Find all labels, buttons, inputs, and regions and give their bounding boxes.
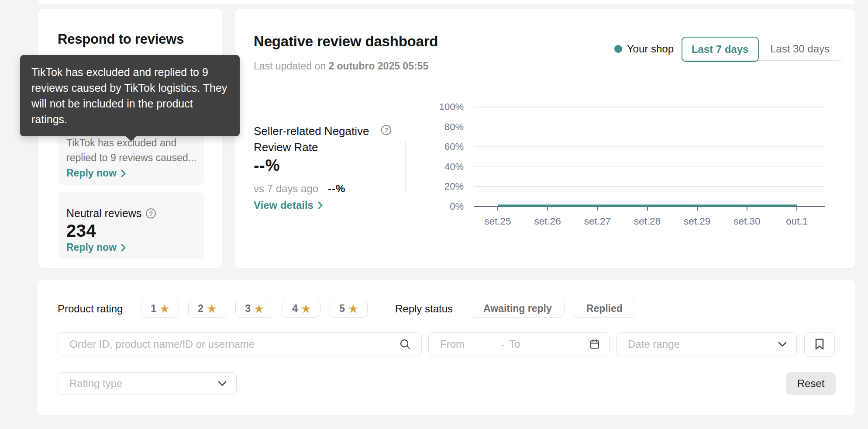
respond-card-title: Respond to reviews — [58, 31, 184, 47]
y-gridline — [474, 146, 825, 147]
chevron-down-icon — [217, 381, 227, 387]
view-details-link[interactable]: View details — [254, 199, 323, 211]
y-axis-label: 60% — [418, 141, 464, 152]
star-icon: ★ — [348, 304, 358, 314]
chevron-down-icon — [777, 341, 788, 348]
last-updated-value: 2 outubro 2025 05:55 — [328, 60, 428, 72]
date-from-to-field[interactable]: From - To — [428, 332, 610, 356]
date-to-placeholder: To — [509, 338, 520, 350]
rating-type-select[interactable]: Rating type — [58, 372, 237, 395]
date-from-placeholder: From — [440, 338, 465, 350]
neutral-reviews-label: Neutral reviews — [66, 207, 141, 220]
page: Respond to reviews TikTok has excluded a… — [0, 0, 868, 429]
top-card-edge — [38, 0, 855, 4]
y-gridline — [474, 166, 825, 167]
last-30-days-button[interactable]: Last 30 days — [758, 37, 842, 60]
product-rating-label: Product rating — [58, 300, 123, 318]
x-axis-label: set.26 — [521, 216, 574, 227]
x-axis-label: out.1 — [771, 216, 823, 227]
rating-type-placeholder: Rating type — [69, 377, 122, 390]
legend-dot-icon — [614, 45, 622, 53]
y-axis-label: 0% — [418, 201, 464, 212]
x-axis-tick — [647, 207, 648, 211]
date-separator: - — [501, 338, 505, 350]
y-gridline — [474, 107, 825, 107]
bookmark-icon — [814, 338, 825, 350]
x-axis-tick — [697, 207, 698, 211]
rating-1-star-button[interactable]: 1★ — [141, 300, 179, 318]
date-range-toggle: Last 7 days Last 30 days — [682, 37, 842, 61]
excluded-reply-now-link[interactable]: Reply now — [66, 167, 126, 179]
star-icon: ★ — [160, 304, 169, 314]
metric-compare-value: --% — [328, 183, 345, 194]
y-axis-label: 40% — [418, 161, 464, 173]
chevron-right-icon — [317, 201, 323, 210]
x-axis-label: set.25 — [472, 216, 524, 227]
rating-2-star-button[interactable]: 2★ — [188, 300, 226, 318]
y-axis-label: 20% — [418, 181, 464, 192]
x-axis-label: set.28 — [621, 216, 674, 227]
neutral-reviews-card: Neutral reviews ? 234 Reply now — [58, 192, 204, 259]
metric-value: --% — [254, 156, 280, 175]
x-axis-tick — [497, 207, 498, 211]
y-gridline — [474, 186, 825, 187]
replied-button[interactable]: Replied — [574, 300, 635, 318]
x-axis-tick — [747, 207, 747, 211]
last-updated: Last updated on 2 outubro 2025 05:55 — [254, 60, 428, 72]
metric-help-icon[interactable]: ? — [381, 125, 391, 135]
search-field[interactable] — [58, 332, 422, 356]
chart-series-layer — [474, 107, 825, 209]
date-range-placeholder: Date range — [628, 338, 680, 350]
date-range-select[interactable]: Date range — [616, 332, 797, 356]
neutral-reviews-count: 234 — [66, 221, 96, 241]
last-7-days-button[interactable]: Last 7 days — [682, 37, 759, 62]
search-icon — [400, 339, 411, 350]
legend-label: Your shop — [627, 43, 674, 55]
awaiting-reply-button[interactable]: Awaiting reply — [471, 300, 565, 318]
tooltip: TikTok has excluded and replied to 9 rev… — [20, 55, 240, 136]
rating-3-star-button[interactable]: 3★ — [235, 300, 273, 318]
star-icon: ★ — [301, 304, 311, 314]
chevron-right-icon — [121, 169, 126, 178]
star-icon: ★ — [254, 304, 264, 314]
x-axis-label: set.27 — [571, 216, 623, 227]
x-axis-line — [474, 206, 825, 207]
star-icon: ★ — [207, 304, 217, 314]
neutral-reply-now-link[interactable]: Reply now — [66, 242, 126, 253]
negative-review-dashboard-card: Negative review dashboard Last updated o… — [235, 9, 855, 268]
metric-compare: vs 7 days ago--% — [254, 183, 345, 195]
metric-label: Seller-related Negative Review Rate — [254, 123, 380, 156]
tooltip-text: TikTok has excluded and replied to 9 rev… — [31, 66, 227, 125]
x-axis-tick — [547, 207, 548, 211]
y-axis-label: 100% — [418, 101, 464, 113]
saved-filters-button[interactable] — [804, 332, 835, 356]
reset-button[interactable]: Reset — [786, 372, 836, 395]
rating-5-star-button[interactable]: 5★ — [330, 300, 368, 318]
x-axis-tick — [796, 207, 797, 211]
tooltip-arrow — [125, 136, 137, 141]
search-input[interactable] — [58, 338, 394, 350]
chart-legend: Your shop — [614, 43, 674, 55]
reply-status-label: Reply status — [395, 300, 453, 318]
chevron-right-icon — [121, 243, 126, 252]
x-axis-tick — [597, 207, 598, 211]
x-axis-label: set.30 — [721, 216, 773, 227]
y-axis-label: 80% — [418, 121, 464, 133]
y-gridline — [474, 127, 825, 128]
vertical-divider — [405, 141, 406, 193]
help-icon[interactable]: ? — [146, 208, 156, 218]
dashboard-title: Negative review dashboard — [254, 33, 438, 50]
rating-4-star-button[interactable]: 4★ — [282, 300, 320, 318]
x-axis-label: set.29 — [671, 216, 723, 227]
calendar-icon — [589, 339, 600, 350]
filters-card: Product rating 1★ 2★ 3★ 4★ 5★ Reply stat… — [38, 280, 855, 415]
